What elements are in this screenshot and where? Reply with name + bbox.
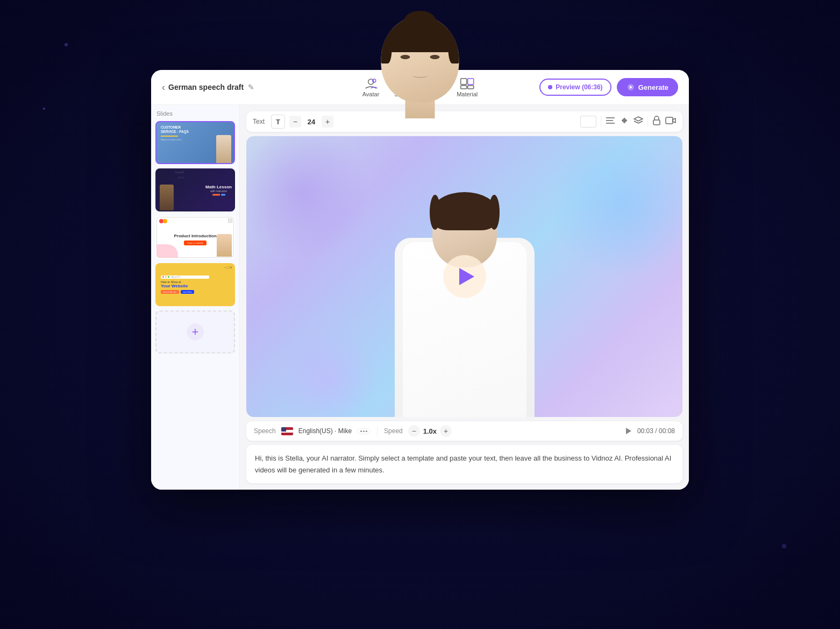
script-text: Hi, this is Stella, your AI narrator. Si… [255,453,674,476]
presenter-hair [432,192,497,231]
language-flag [281,427,293,435]
editor-area: Text T − 24 + [240,105,689,490]
font-size-plus[interactable]: + [322,116,333,128]
lock-icon[interactable] [652,116,661,128]
video-preview [246,136,682,417]
speed-control: − 1.0x + [408,425,452,437]
generate-icon [627,83,635,91]
speech-label: Speech [254,427,276,435]
speech-bar: Speech English(US) · Mike Speed [246,421,682,441]
svg-rect-11 [666,117,673,124]
slide-3-btn: Trust our subtitle [184,241,207,245]
font-size-value: 24 [305,118,317,126]
add-slide-button[interactable]: + [155,310,235,354]
add-slide-icon: + [187,323,204,341]
preview-dot [548,85,552,89]
project-title: German speech draft [168,83,244,91]
speed-plus-button[interactable]: + [440,425,452,437]
slide-2-title: Math Lesson [205,185,232,189]
slides-panel: Slides CUSTOMERSERVICE - FAQS FAQ text c… [151,105,240,490]
play-button[interactable] [443,255,486,298]
slide-2-avatar [160,185,174,210]
header-right: Preview (06:36) Generate [539,78,678,96]
speed-value: 1.0x [423,427,437,435]
toolbar-divider-2 [647,116,648,127]
slide-4-btn1: Remind Me later [161,290,179,294]
slide-1-bar [161,136,178,137]
speed-label: Speed [384,427,403,435]
generate-button[interactable]: Generate [617,78,678,96]
toolbar-divider-1 [601,116,601,127]
speed-minus-button[interactable]: − [408,425,420,437]
layers-icon[interactable] [633,116,643,127]
align-icon[interactable] [606,117,615,126]
slide-2-sub: with Instructor [205,189,232,193]
slide-1-title: CUSTOMERSERVICE - FAQS [161,125,230,134]
play-small-icon [626,428,631,434]
font-type-button[interactable]: T [271,115,285,129]
font-size-minus[interactable]: − [289,116,301,128]
slide-item-4[interactable]: Ask your IT! ... How to Shop at Your Web… [155,263,235,306]
slide-3-title: Product Introduction [174,234,216,238]
resize-icon[interactable] [620,116,629,128]
slides-title: Slides [155,110,235,117]
preview-button[interactable]: Preview (06:36) [539,79,611,96]
floating-avatar [355,11,485,135]
slide-1-avatar [216,135,231,163]
slide-item-3[interactable]: Product Introduction Trust our subtitle [155,216,235,259]
more-options-button[interactable] [357,428,371,434]
play-small-button[interactable] [623,426,634,436]
script-area[interactable]: Hi, this is Stella, your AI narrator. Si… [246,445,682,483]
slide-4-title: Your Website [161,284,230,289]
back-button[interactable]: ‹ [162,82,165,93]
svg-rect-10 [653,120,660,125]
slide-item-1[interactable]: CUSTOMERSERVICE - FAQS FAQ text content … [155,121,235,164]
slide-item-2[interactable]: Math Lesson with Instructor x²+y=3 ∫f(x)… [155,168,235,211]
edit-icon[interactable]: ✎ [248,83,254,91]
timer-area: 00:03 / 00:08 [623,426,675,436]
timer-display: 00:03 / 00:08 [637,427,675,435]
text-toolbar-label: Text [253,118,265,125]
selection-box[interactable] [580,116,596,128]
video-icon[interactable] [665,116,676,127]
play-triangle [459,268,474,285]
main-content: Slides CUSTOMERSERVICE - FAQS FAQ text c… [151,105,689,490]
language-label: English(US) · Mike [298,427,352,435]
slide-4-btn2: Learn Now [181,290,194,294]
